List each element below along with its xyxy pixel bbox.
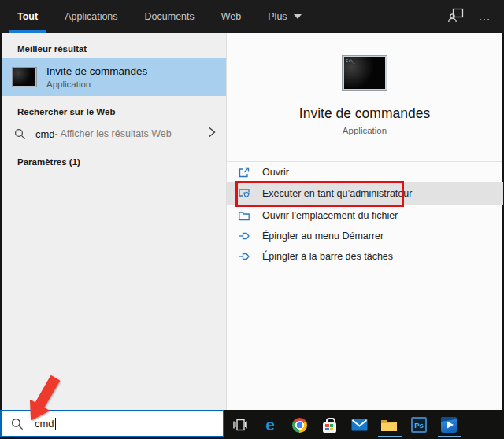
pin-icon (238, 250, 250, 263)
web-section-title: Rechercher sur le Web (2, 96, 226, 121)
photoshop-icon[interactable]: Ps (410, 416, 428, 433)
action-open-file-location[interactable]: Ouvrir l’emplacement du fichier (227, 205, 503, 226)
action-pin-to-taskbar-label: Épingler à la barre des tâches (262, 251, 393, 262)
web-search-query: cmd (35, 128, 55, 140)
text-cursor (55, 418, 56, 430)
best-result-subtitle: Application (46, 79, 147, 89)
action-open[interactable]: Ouvrir (227, 162, 503, 182)
edge-icon[interactable]: e (261, 416, 279, 433)
best-result-item[interactable]: Invite de commandes Application (2, 58, 226, 96)
preview-title: Invite de commandes (227, 105, 502, 122)
microsoft-store-icon[interactable] (321, 416, 338, 433)
mail-icon[interactable] (350, 416, 368, 433)
action-open-file-location-label: Ouvrir l’emplacement du fichier (262, 210, 398, 221)
taskbar-active-indicator (438, 436, 461, 437)
search-filter-bar: Tout Applications Documents Web Plus … (0, 0, 504, 33)
tab-documents[interactable]: Documents (142, 0, 198, 33)
search-input[interactable]: cmd (0, 410, 224, 437)
tab-web[interactable]: Web (218, 0, 244, 33)
web-search-item[interactable]: cmd - Afficher les résultats Web (2, 121, 226, 146)
tab-plus[interactable]: Plus (265, 0, 304, 33)
file-location-icon (238, 209, 250, 222)
movies-tv-icon[interactable] (440, 416, 458, 433)
web-search-suffix: - Afficher les résultats Web (55, 128, 172, 139)
search-input-value: cmd (35, 418, 54, 430)
cmd-prompt-glyph: C:\_ (346, 58, 355, 63)
best-result-section-title: Meilleur résultat (2, 33, 226, 58)
taskbar-active-indicator (378, 436, 402, 437)
tab-tout[interactable]: Tout (14, 0, 41, 33)
settings-section-title: Paramètres (1) (2, 146, 226, 172)
action-run-as-admin-label: Exécuter en tant qu’administrateur (262, 188, 412, 199)
chevron-down-icon (294, 14, 302, 19)
best-result-title: Invite de commandes (46, 65, 147, 77)
action-pin-to-start[interactable]: Épingler au menu Démarrer (227, 226, 503, 246)
chrome-icon[interactable] (291, 416, 308, 433)
open-icon (238, 166, 250, 179)
cmd-icon (13, 68, 36, 87)
more-options-icon[interactable]: … (478, 13, 491, 20)
tab-applications[interactable]: Applications (61, 0, 120, 33)
task-view-icon[interactable] (232, 416, 249, 433)
action-pin-to-taskbar[interactable]: Épingler à la barre des tâches (227, 246, 503, 267)
action-run-as-admin[interactable]: Exécuter en tant qu’administrateur (227, 182, 503, 205)
windows-search-flyout: Tout Applications Documents Web Plus … M… (0, 0, 504, 439)
cmd-icon-large: C:\_ (343, 56, 387, 90)
svg-text:e: e (265, 416, 275, 433)
action-open-label: Ouvrir (262, 167, 289, 178)
preview-subtitle: Application (227, 126, 502, 135)
file-explorer-icon[interactable] (380, 416, 398, 433)
preview-panel: C:\_ Invite de commandes Application Ouv… (226, 33, 502, 410)
action-pin-to-start-label: Épingler au menu Démarrer (262, 231, 384, 242)
account-icon[interactable] (448, 8, 464, 26)
results-panel: Meilleur résultat Invite de commandes Ap… (2, 33, 226, 410)
chevron-right-icon[interactable] (207, 127, 217, 141)
run-as-admin-icon (238, 187, 250, 200)
search-icon (14, 128, 26, 140)
pin-icon (238, 230, 250, 242)
search-icon (11, 418, 24, 430)
